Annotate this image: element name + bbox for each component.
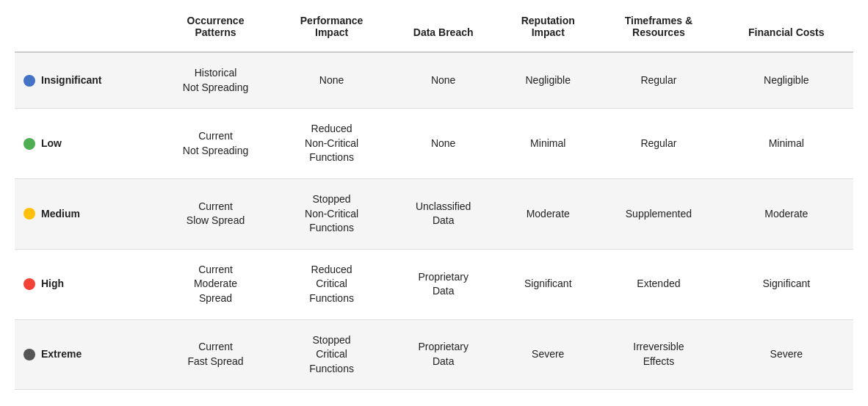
table-row: LowCurrentNot SpreadingReducedNon-Critic… bbox=[15, 109, 853, 179]
cell-timeframes: Supplemented bbox=[598, 178, 719, 249]
severity-dot bbox=[23, 349, 35, 360]
cell-databreach: None bbox=[388, 52, 498, 109]
severity-label: Insignificant bbox=[41, 73, 101, 88]
cell-financial: Significant bbox=[720, 249, 853, 319]
cell-timeframes: Regular bbox=[598, 109, 719, 179]
cell-occurrence: CurrentNot Spreading bbox=[156, 109, 275, 179]
cell-databreach: ProprietaryData bbox=[388, 249, 498, 319]
cell-occurrence: CurrentModerateSpread bbox=[156, 249, 275, 319]
severity-label: Medium bbox=[41, 207, 80, 222]
severity-cell: High bbox=[15, 249, 156, 319]
severity-label-group: Extreme bbox=[23, 347, 151, 362]
col-header-financial: Financial Costs bbox=[720, 7, 853, 52]
col-header-severity bbox=[15, 7, 156, 52]
cell-financial: Severe bbox=[720, 319, 853, 390]
cell-timeframes: Regular bbox=[598, 52, 719, 109]
col-header-databreach: Data Breach bbox=[388, 7, 498, 52]
cell-databreach: None bbox=[388, 109, 498, 179]
severity-dot bbox=[23, 138, 35, 150]
table-row: InsignificantHistoricalNot SpreadingNone… bbox=[15, 52, 853, 109]
cell-reputation: Minimal bbox=[498, 109, 598, 179]
severity-label-group: High bbox=[23, 277, 151, 291]
cell-timeframes: Extended bbox=[598, 249, 719, 319]
severity-dot bbox=[23, 278, 35, 290]
header-row: OccurrencePatterns PerformanceImpact Dat… bbox=[15, 7, 853, 52]
severity-label-group: Low bbox=[23, 137, 151, 151]
cell-financial: Moderate bbox=[720, 178, 853, 249]
table-row: HighCurrentModerateSpreadReducedCritical… bbox=[15, 249, 853, 319]
cell-occurrence: CurrentSlow Spread bbox=[156, 178, 275, 249]
severity-label: Extreme bbox=[41, 347, 82, 362]
col-header-occurrence: OccurrencePatterns bbox=[156, 7, 275, 52]
severity-label-group: Insignificant bbox=[23, 73, 151, 88]
severity-dot bbox=[23, 208, 35, 220]
cell-performance: StoppedNon-CriticalFunctions bbox=[275, 178, 388, 249]
severity-label-group: Medium bbox=[23, 207, 151, 222]
cell-reputation: Moderate bbox=[498, 178, 598, 249]
cell-performance: StoppedCriticalFunctions bbox=[275, 319, 388, 390]
cell-occurrence: HistoricalNot Spreading bbox=[156, 52, 275, 109]
cell-performance: ReducedCriticalFunctions bbox=[275, 249, 388, 319]
cell-reputation: Severe bbox=[498, 319, 598, 390]
cell-financial: Negligible bbox=[720, 52, 853, 109]
cell-reputation: Significant bbox=[498, 249, 598, 319]
table-row: MediumCurrentSlow SpreadStoppedNon-Criti… bbox=[15, 178, 853, 249]
severity-cell: Medium bbox=[15, 178, 156, 249]
severity-cell: Insignificant bbox=[15, 52, 156, 109]
table-row: ExtremeCurrentFast SpreadStoppedCritical… bbox=[15, 319, 853, 390]
table-body: InsignificantHistoricalNot SpreadingNone… bbox=[15, 52, 853, 390]
cell-timeframes: IrreversibleEffects bbox=[598, 319, 719, 390]
table-container: OccurrencePatterns PerformanceImpact Dat… bbox=[0, 0, 868, 405]
cell-occurrence: CurrentFast Spread bbox=[156, 319, 275, 390]
severity-cell: Low bbox=[15, 109, 156, 179]
severity-dot bbox=[23, 75, 35, 87]
cell-databreach: UnclassifiedData bbox=[388, 178, 498, 249]
severity-label: Low bbox=[41, 137, 62, 151]
cell-financial: Minimal bbox=[720, 109, 853, 179]
severity-cell: Extreme bbox=[15, 319, 156, 390]
risk-table: OccurrencePatterns PerformanceImpact Dat… bbox=[15, 7, 853, 390]
cell-reputation: Negligible bbox=[498, 52, 598, 109]
cell-performance: None bbox=[275, 52, 388, 109]
cell-databreach: ProprietaryData bbox=[388, 319, 498, 390]
cell-performance: ReducedNon-CriticalFunctions bbox=[275, 109, 388, 179]
col-header-reputation: ReputationImpact bbox=[498, 7, 598, 52]
col-header-performance: PerformanceImpact bbox=[275, 7, 388, 52]
severity-label: High bbox=[41, 277, 64, 291]
col-header-timeframes: Timeframes &Resources bbox=[598, 7, 719, 52]
